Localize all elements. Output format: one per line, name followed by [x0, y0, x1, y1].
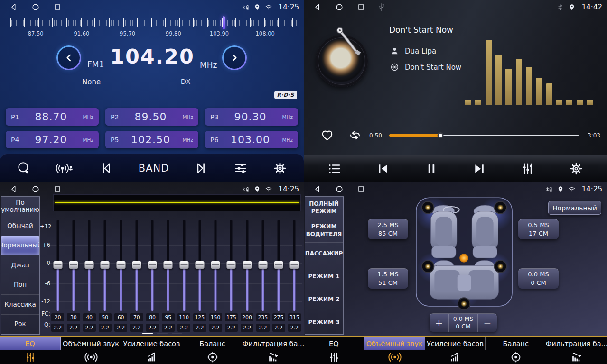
- tab-bass-boost[interactable]: Усиление басов: [425, 337, 486, 364]
- settings-gear-icon[interactable]: [273, 161, 287, 175]
- nav-home-icon[interactable]: [335, 185, 344, 193]
- preset-button[interactable]: P289.50MHz: [105, 108, 198, 126]
- tune-next-icon[interactable]: [194, 161, 208, 175]
- eq-band-slider[interactable]: [192, 218, 207, 312]
- nav-recents-icon[interactable]: [53, 3, 62, 11]
- nav-back-icon[interactable]: [9, 3, 18, 11]
- eq-band-slider[interactable]: [271, 218, 286, 312]
- slider-thumb[interactable]: [195, 261, 204, 269]
- previous-track-icon[interactable]: [376, 162, 390, 176]
- repeat-icon[interactable]: [348, 129, 362, 142]
- eq-band-slider[interactable]: [50, 218, 65, 312]
- preset-button[interactable]: P6103.00MHz: [205, 131, 298, 148]
- slider-thumb[interactable]: [132, 261, 141, 269]
- nav-back-icon[interactable]: [313, 3, 322, 11]
- eq-band-slider[interactable]: [161, 218, 176, 312]
- nav-back-icon[interactable]: [9, 185, 18, 193]
- sound-profile-button[interactable]: Нормальный: [548, 201, 601, 215]
- tab-bass-boost[interactable]: Усиление басов: [121, 337, 182, 364]
- tab-eq[interactable]: EQ: [0, 337, 61, 364]
- nav-home-icon[interactable]: [31, 185, 40, 193]
- nav-recents-icon[interactable]: [53, 185, 62, 193]
- slider-thumb[interactable]: [164, 261, 173, 269]
- tab-bass-filter[interactable]: Фильтрация ба...: [546, 337, 607, 364]
- slider-thumb[interactable]: [179, 261, 188, 269]
- album-art[interactable]: [316, 35, 368, 87]
- eq-preset-item[interactable]: Джаз: [1, 255, 39, 275]
- tab-surround-sound[interactable]: Объёмный звук: [61, 337, 121, 364]
- nav-home-icon[interactable]: [31, 3, 40, 11]
- tab-bass-filter[interactable]: Фильтрация ба...: [243, 337, 304, 364]
- seek-bar[interactable]: [389, 135, 579, 136]
- listening-mode-item[interactable]: РЕЖИМ 1: [305, 265, 343, 288]
- listening-mode-item[interactable]: РЕЖИМ ВОДИТЕЛЯ: [305, 219, 343, 242]
- eq-preset-item[interactable]: Классика: [1, 295, 39, 314]
- next-track-icon[interactable]: [472, 162, 486, 176]
- slider-thumb[interactable]: [227, 261, 236, 269]
- eq-preset-item[interactable]: По умолчанию: [1, 197, 39, 216]
- slider-thumb[interactable]: [101, 261, 110, 269]
- seek-up-button[interactable]: [222, 46, 247, 70]
- tab-eq[interactable]: EQ: [304, 337, 364, 364]
- preset-button[interactable]: P497.20MHz: [6, 131, 99, 148]
- scan-icon[interactable]: [17, 161, 31, 175]
- eq-band-slider[interactable]: [287, 218, 302, 312]
- delay-front-left[interactable]: 2.5 MS 85 CM: [368, 219, 408, 239]
- listening-mode-item[interactable]: ПАССАЖИР: [305, 243, 343, 265]
- slider-thumb[interactable]: [243, 261, 252, 269]
- slider-thumb[interactable]: [148, 261, 157, 269]
- eq-preset-item[interactable]: Поп: [1, 275, 39, 295]
- slider-thumb[interactable]: [290, 261, 299, 269]
- delay-increase-button[interactable]: +: [430, 314, 448, 332]
- slider-thumb[interactable]: [258, 261, 267, 269]
- nav-recents-icon[interactable]: [357, 185, 365, 193]
- equalizer-icon[interactable]: [521, 162, 535, 176]
- eq-band-slider[interactable]: [177, 218, 191, 312]
- seek-down-button[interactable]: [56, 46, 81, 70]
- tune-previous-icon[interactable]: [99, 161, 113, 175]
- nav-home-icon[interactable]: [335, 3, 344, 11]
- eq-band-slider[interactable]: [145, 218, 160, 312]
- settings-gear-icon[interactable]: [569, 162, 583, 176]
- nav-recents-icon[interactable]: [357, 3, 365, 11]
- slider-thumb[interactable]: [274, 261, 283, 269]
- band-button[interactable]: BAND: [139, 163, 169, 174]
- delay-front-right[interactable]: 0.5 MS 17 CM: [518, 219, 559, 239]
- slider-thumb[interactable]: [53, 261, 62, 269]
- tab-balance[interactable]: Баланс: [486, 337, 546, 364]
- listening-mode-item[interactable]: ПОЛНЫЙ РЕЖИМ: [305, 197, 343, 219]
- eq-preset-item[interactable]: Рок: [1, 315, 39, 334]
- slider-thumb[interactable]: [85, 261, 94, 269]
- eq-preset-item[interactable]: Обычай: [1, 216, 39, 236]
- favorite-heart-icon[interactable]: [321, 129, 334, 142]
- seek-bar-thumb[interactable]: [437, 132, 443, 138]
- tab-balance[interactable]: Баланс: [182, 337, 243, 364]
- tab-surround-sound[interactable]: Объёмный звук: [364, 337, 425, 364]
- audio-settings-icon[interactable]: [233, 161, 248, 175]
- eq-band-slider[interactable]: [240, 218, 254, 312]
- slider-thumb[interactable]: [116, 261, 125, 269]
- pause-icon[interactable]: [424, 162, 439, 176]
- eq-band-slider[interactable]: [129, 218, 144, 312]
- eq-band-slider[interactable]: [98, 218, 112, 312]
- eq-band-slider[interactable]: [66, 218, 81, 312]
- frequency-scale[interactable]: 87.5091.6095.7099.80103.90108.00: [0, 14, 304, 42]
- playlist-icon[interactable]: [327, 162, 342, 176]
- delay-rear-left[interactable]: 1.5 MS 51 CM: [368, 268, 408, 289]
- listening-mode-item[interactable]: РЕЖИМ 3: [305, 311, 343, 334]
- preset-button[interactable]: P5102.50MHz: [105, 131, 198, 148]
- eq-band-slider[interactable]: [113, 218, 128, 312]
- preset-button[interactable]: P390.30MHz: [205, 108, 298, 126]
- broadcast-region-icon[interactable]: [56, 161, 74, 175]
- eq-band-slider[interactable]: [82, 218, 97, 312]
- nav-back-icon[interactable]: [313, 185, 322, 193]
- delay-rear-right[interactable]: 0.0 MS 0 CM: [518, 268, 559, 289]
- slider-thumb[interactable]: [69, 261, 78, 269]
- preset-button[interactable]: P188.70MHz: [6, 108, 99, 126]
- delay-decrease-button[interactable]: −: [478, 314, 497, 332]
- eq-band-slider[interactable]: [255, 218, 270, 312]
- eq-preset-item[interactable]: Нормальный: [1, 236, 39, 255]
- eq-band-slider[interactable]: [224, 218, 239, 312]
- slider-thumb[interactable]: [211, 261, 220, 269]
- listening-mode-item[interactable]: РЕЖИМ 2: [305, 288, 343, 311]
